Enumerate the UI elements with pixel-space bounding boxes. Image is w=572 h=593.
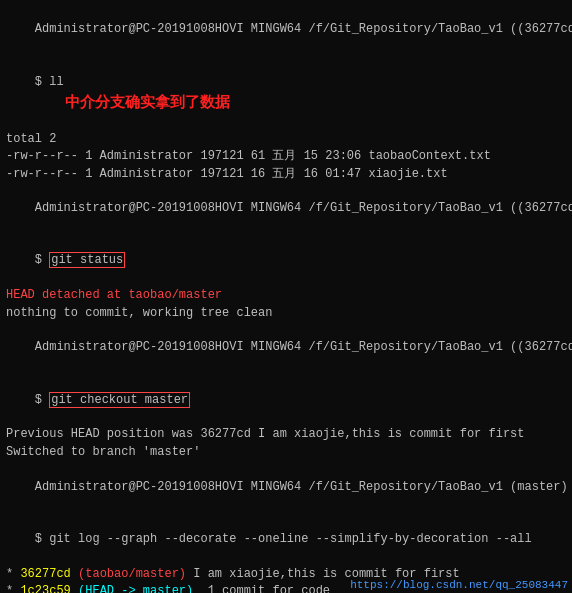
dollar-1: $ ll [35,75,64,89]
git-checkout-cmd: git checkout master [49,392,190,408]
prompt-1: Administrator@PC-20191008HOVI MINGW64 /f… [6,4,566,56]
output-1-3: -rw-r--r-- 1 Administrator 197121 16 五月 … [6,166,566,183]
output-2-1: HEAD detached at taobao/master [6,287,566,304]
output-3-1: Previous HEAD position was 36277cd I am … [6,426,566,443]
command-line-1: $ ll 中介分支确实拿到了数据 [6,56,566,131]
annotation-1: 中介分支确实拿到了数据 [65,93,230,110]
output-2-2: nothing to commit, working tree clean [6,305,566,322]
watermark: https://blog.csdn.net/qq_25083447 [350,579,568,591]
git-log-cmd: $ git log --graph --decorate --oneline -… [35,532,532,546]
output-1-1: total 2 [6,131,566,148]
output-3-2: Switched to branch 'master' [6,444,566,461]
prompt-text-2: Administrator@PC-20191008HOVI MINGW64 /f… [35,201,572,215]
git-status-cmd: git status [49,252,125,268]
output-1-2: -rw-r--r-- 1 Administrator 197121 61 五月 … [6,148,566,165]
prompt-2: Administrator@PC-20191008HOVI MINGW64 /f… [6,183,566,235]
dollar-2: $ [35,253,49,267]
dollar-3: $ [35,393,49,407]
command-line-3: $ git checkout master [6,374,566,426]
terminal-window: Administrator@PC-20191008HOVI MINGW64 /f… [0,0,572,593]
command-line-4: $ git log --graph --decorate --oneline -… [6,513,566,565]
prompt-4: Administrator@PC-20191008HOVI MINGW64 /f… [6,461,566,513]
prompt-3: Administrator@PC-20191008HOVI MINGW64 /f… [6,322,566,374]
command-line-2: $ git status [6,235,566,287]
prompt-text-4: Administrator@PC-20191008HOVI MINGW64 /f… [35,480,568,494]
prompt-text-1: Administrator@PC-20191008HOVI MINGW64 /f… [35,22,572,36]
prompt-text-3: Administrator@PC-20191008HOVI MINGW64 /f… [35,340,572,354]
